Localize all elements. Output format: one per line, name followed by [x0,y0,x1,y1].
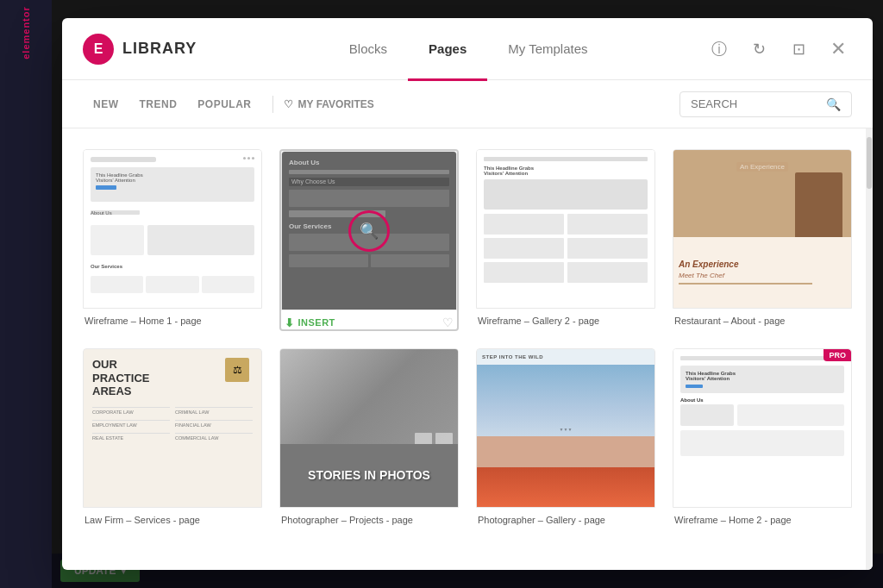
template-thumb-restaurant-about: An Experience An Experience Meet The Che… [673,149,852,309]
template-thumb-photographer-gallery: STEP INTO THE WILD ▼▼▼ [476,348,655,508]
template-thumb-wireframe-home2: PRO This Headline GrabsVisitors' Attenti… [673,348,852,508]
zoom-icon: 🔍 [360,222,379,241]
template-thumb-wireframe-gallery2: This Headline GrabsVisitors' Attention [476,149,655,309]
template-grid-container: This Headline GrabsVisitors' Attention A… [62,128,873,570]
filter-trend[interactable]: TREND [129,93,188,116]
scrollbar[interactable] [866,128,873,570]
scrollbar-thumb [867,137,872,189]
pro-badge: PRO [824,349,851,361]
wf-cta-btn [96,185,116,190]
refresh-icon-button[interactable]: ↻ [745,35,773,63]
card-menu-dots [243,157,254,160]
save-icon-button[interactable]: ⊡ [785,35,812,63]
header-actions: ⓘ ↻ ⊡ ✕ [705,35,852,63]
favorite-icon[interactable]: ♡ [442,316,454,329]
library-modal: E LIBRARY Blocks Pages My Templates ⓘ [62,18,873,570]
template-thumb-law-firm: OURPRACTICEAREAS ⚖ CORPORATE LAW CRIMINA… [83,348,262,508]
template-card-active[interactable]: About Us Why Choose Us Our Services [279,149,459,331]
template-card-photographer-projects[interactable]: STORIES IN PHOTOS Photographer – Project… [279,348,459,525]
search-zoom-overlay: 🔍 [348,210,390,252]
insert-bar: ⬇ INSERT ♡ [281,310,457,329]
filter-divider [272,96,273,113]
filter-popular[interactable]: POPULAR [187,93,261,116]
template-label-wireframe-home1: Wireframe – Home 1 - page [83,316,262,326]
wf-hero-text: This Headline GrabsVisitors' Attention [96,172,143,183]
library-logo: E LIBRARY [83,34,197,65]
close-button[interactable]: ✕ [824,35,852,63]
tab-pages[interactable]: Pages [408,19,487,81]
template-label-photographer-gallery: Photographer – Gallery - page [476,515,655,525]
close-icon: ✕ [830,38,846,60]
template-thumb-wireframe-home1: This Headline GrabsVisitors' Attention A… [83,149,262,309]
template-label-photographer-projects: Photographer – Projects - page [279,515,459,525]
filter-bar: NEW TREND POPULAR ♡ MY FAVORITES 🔍 [62,80,873,128]
search-icon: 🔍 [826,97,841,111]
info-icon-button[interactable]: ⓘ [705,35,733,63]
template-card-wireframe-home1[interactable]: This Headline GrabsVisitors' Attention A… [83,149,262,331]
template-label-wireframe-gallery2: Wireframe – Gallery 2 - page [476,316,655,326]
modal-overlay: E LIBRARY Blocks Pages My Templates ⓘ [52,0,883,588]
favorites-filter[interactable]: ♡ MY FAVORITES [284,98,374,110]
heart-icon: ♡ [284,98,293,110]
modal-header: E LIBRARY Blocks Pages My Templates ⓘ [62,18,873,80]
search-box[interactable]: 🔍 [679,91,852,117]
template-label-wireframe-home2: Wireframe – Home 2 - page [673,515,852,525]
library-icon: E [83,34,114,65]
elementor-logo: elementor [21,6,31,59]
insert-arrow-icon: ⬇ [285,316,295,329]
template-card-wireframe-home2[interactable]: PRO This Headline GrabsVisitors' Attenti… [673,348,852,525]
library-title: LIBRARY [122,40,197,58]
save-icon: ⊡ [792,40,805,59]
template-card-law-firm[interactable]: OURPRACTICEAREAS ⚖ CORPORATE LAW CRIMINA… [83,348,262,525]
template-grid: This Headline GrabsVisitors' Attention A… [83,149,852,525]
info-icon: ⓘ [711,39,727,59]
tab-my-templates[interactable]: My Templates [487,19,608,81]
elementor-sidebar: elementor [0,0,52,588]
search-input[interactable] [691,97,819,110]
tab-list: Blocks Pages My Templates [231,18,705,80]
template-label-law-firm: Law Firm – Services - page [83,515,262,525]
filter-new[interactable]: NEW [83,93,129,116]
template-label-restaurant-about: Restaurant – About - page [673,316,852,326]
template-thumb-photographer-projects: STORIES IN PHOTOS [279,348,459,508]
template-card-wireframe-gallery2[interactable]: This Headline GrabsVisitors' Attention [476,149,655,331]
template-card-restaurant-about[interactable]: An Experience An Experience Meet The Che… [673,149,852,331]
template-thumb-active: About Us Why Choose Us Our Services [281,151,457,310]
insert-button[interactable]: ⬇ INSERT [285,316,335,329]
refresh-icon: ↻ [753,40,766,59]
tab-blocks[interactable]: Blocks [329,19,408,81]
template-card-photographer-gallery[interactable]: STEP INTO THE WILD ▼▼▼ Photographer – Ga… [476,348,655,525]
